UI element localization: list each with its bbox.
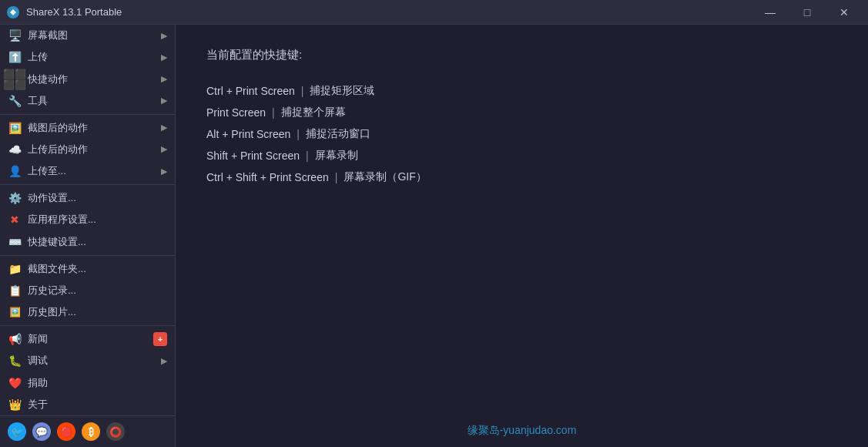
sidebar-item-debug[interactable]: 🐛 调试 ▶ xyxy=(0,350,175,371)
history-label: 历史记录... xyxy=(28,284,76,297)
action-settings-icon: ⚙️ xyxy=(8,191,22,205)
capture-folder-icon: 📁 xyxy=(8,262,22,276)
shortcut-sep-4: | xyxy=(335,171,338,183)
shortcut-row-1: Print Screen | 捕捉整个屏幕 xyxy=(206,106,837,119)
title-bar: ShareX 13.1 Portable — □ ✕ xyxy=(0,0,868,25)
reddit-icon[interactable]: 🔴 xyxy=(57,422,75,441)
arrow-icon: ▶ xyxy=(161,144,167,154)
tools-label: 工具 xyxy=(28,94,48,108)
github-icon[interactable]: ⭕ xyxy=(106,422,125,441)
after-upload-icon: ☁️ xyxy=(8,143,22,156)
app-settings-icon: ✖ xyxy=(8,213,22,227)
shortcut-desc-3: 屏幕录制 xyxy=(315,149,358,163)
hotkey-settings-icon: ⌨️ xyxy=(8,235,22,249)
news-icon: 📢 xyxy=(8,332,22,346)
history-icon: 📋 xyxy=(8,284,22,297)
shortcut-sep-0: | xyxy=(301,85,304,97)
arrow-icon: ▶ xyxy=(161,166,167,176)
sidebar-item-about[interactable]: 👑 关于 xyxy=(0,394,175,415)
window-controls: — □ ✕ xyxy=(752,2,862,23)
shortcut-key-2: Alt + Print Screen xyxy=(206,128,290,140)
tools-icon: 🔧 xyxy=(8,94,22,108)
upload-label: 上传 xyxy=(28,50,48,64)
arrow-icon: ▶ xyxy=(161,31,167,41)
main-container: 🖥️ 屏幕截图 ▶ ⬆️ 上传 ▶ ⬛⬛⬛⬛ 快捷动作 ▶ 🔧 工具 ▶ 🖼️ … xyxy=(0,25,868,447)
shortcut-row-4: Ctrl + Shift + Print Screen | 屏幕录制（GIF） xyxy=(206,170,837,184)
hotkey-settings-label: 快捷键设置... xyxy=(28,235,86,249)
sidebar-item-upload[interactable]: ⬆️ 上传 ▶ xyxy=(0,46,175,68)
content-title: 当前配置的快捷键: xyxy=(206,48,837,62)
sidebar-item-history[interactable]: 📋 历史记录... xyxy=(0,280,175,301)
shortcut-key-1: Print Screen xyxy=(206,106,266,119)
debug-icon: 🐛 xyxy=(8,354,22,368)
shortcut-row-3: Shift + Print Screen | 屏幕录制 xyxy=(206,149,837,163)
history-images-icon: 🖼️ xyxy=(8,305,22,319)
maximize-button[interactable]: □ xyxy=(789,2,825,23)
shortcut-key-4: Ctrl + Shift + Print Screen xyxy=(206,171,329,183)
shortcut-key-3: Shift + Print Screen xyxy=(206,150,300,162)
quick-action-icon: ⬛⬛⬛⬛ xyxy=(8,72,22,86)
about-icon: 👑 xyxy=(8,398,22,412)
capture-folder-label: 截图文件夹... xyxy=(28,262,86,276)
after-capture-icon: 🖼️ xyxy=(8,121,22,135)
screenshot-icon: 🖥️ xyxy=(8,29,22,42)
news-badge: + xyxy=(153,332,167,346)
shortcut-sep-3: | xyxy=(306,150,309,162)
app-settings-label: 应用程序设置... xyxy=(28,213,96,227)
window-title: ShareX 13.1 Portable xyxy=(26,6,122,18)
history-images-label: 历史图片... xyxy=(28,305,76,319)
shortcut-desc-1: 捕捉整个屏幕 xyxy=(281,106,346,119)
sidebar-social: 🐦 💬 🔴 ₿ ⭕ xyxy=(0,415,175,447)
sidebar-item-quick-action[interactable]: ⬛⬛⬛⬛ 快捷动作 ▶ xyxy=(0,68,175,89)
app-icon xyxy=(6,5,20,19)
shortcut-key-0: Ctrl + Print Screen xyxy=(206,85,295,97)
bitcoin-icon[interactable]: ₿ xyxy=(82,422,100,441)
sidebar-item-after-capture[interactable]: 🖼️ 截图后的动作 ▶ xyxy=(0,117,175,139)
sidebar-item-capture-folder[interactable]: 📁 截图文件夹... xyxy=(0,258,175,280)
upload-icon: ⬆️ xyxy=(8,50,22,64)
debug-label: 调试 xyxy=(28,354,48,368)
sidebar-item-tools[interactable]: 🔧 工具 ▶ xyxy=(0,90,175,112)
donate-label: 捐助 xyxy=(28,376,48,390)
screenshot-label: 屏幕截图 xyxy=(28,29,68,42)
separator-2 xyxy=(0,184,175,185)
sidebar-item-upload-to[interactable]: 👤 上传至... ▶ xyxy=(0,160,175,182)
donate-icon: ❤️ xyxy=(8,376,22,390)
about-label: 关于 xyxy=(28,398,48,412)
sidebar-item-after-upload[interactable]: ☁️ 上传后的动作 ▶ xyxy=(0,139,175,160)
sidebar-item-screenshot[interactable]: 🖥️ 屏幕截图 ▶ xyxy=(0,25,175,46)
separator-4 xyxy=(0,325,175,326)
shortcut-sep-2: | xyxy=(297,128,300,140)
sidebar-item-hotkey-settings[interactable]: ⌨️ 快捷键设置... xyxy=(0,231,175,253)
shortcut-desc-0: 捕捉矩形区域 xyxy=(310,84,374,98)
arrow-icon: ▶ xyxy=(161,74,167,84)
sidebar-item-news[interactable]: 📢 新闻 + xyxy=(0,328,175,350)
arrow-icon: ▶ xyxy=(161,356,167,366)
sidebar-item-app-settings[interactable]: ✖ 应用程序设置... xyxy=(0,209,175,230)
upload-to-icon: 👤 xyxy=(8,164,22,178)
quick-action-label: 快捷动作 xyxy=(28,72,68,86)
sidebar: 🖥️ 屏幕截图 ▶ ⬆️ 上传 ▶ ⬛⬛⬛⬛ 快捷动作 ▶ 🔧 工具 ▶ 🖼️ … xyxy=(0,25,176,447)
arrow-icon: ▶ xyxy=(161,123,167,133)
twitter-icon[interactable]: 🐦 xyxy=(8,422,26,441)
sidebar-item-action-settings[interactable]: ⚙️ 动作设置... xyxy=(0,187,175,209)
discord-icon[interactable]: 💬 xyxy=(32,422,51,441)
shortcut-desc-2: 捕捉活动窗口 xyxy=(306,127,370,141)
minimize-button[interactable]: — xyxy=(752,2,788,23)
news-label: 新闻 xyxy=(28,332,48,346)
sidebar-item-donate[interactable]: ❤️ 捐助 xyxy=(0,372,175,394)
action-settings-label: 动作设置... xyxy=(28,191,76,205)
upload-to-label: 上传至... xyxy=(28,164,66,178)
after-upload-label: 上传后的动作 xyxy=(28,143,88,156)
after-capture-label: 截图后的动作 xyxy=(28,121,88,135)
separator-3 xyxy=(0,255,175,256)
sidebar-item-history-images[interactable]: 🖼️ 历史图片... xyxy=(0,301,175,323)
separator-1 xyxy=(0,114,175,115)
close-button[interactable]: ✕ xyxy=(826,2,862,23)
arrow-icon: ▶ xyxy=(161,52,167,62)
arrow-icon: ▶ xyxy=(161,96,167,106)
shortcut-list: Ctrl + Print Screen | 捕捉矩形区域 Print Scree… xyxy=(206,84,837,184)
content-area: 当前配置的快捷键: Ctrl + Print Screen | 捕捉矩形区域 P… xyxy=(176,25,868,447)
title-bar-left: ShareX 13.1 Portable xyxy=(6,5,122,19)
shortcut-sep-1: | xyxy=(272,106,275,119)
